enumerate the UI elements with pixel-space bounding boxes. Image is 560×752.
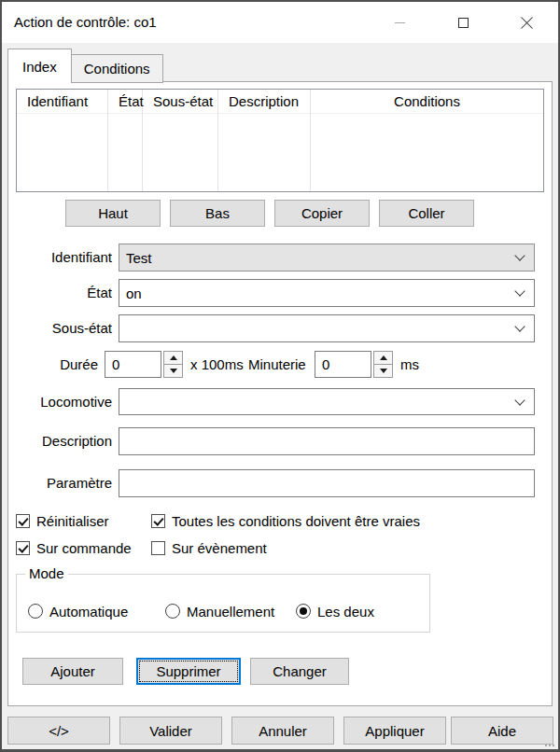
valider-button[interactable]: Valider: [119, 717, 222, 745]
radio-automatique[interactable]: Automatique: [28, 603, 128, 620]
control-action-dialog: Action de contrôle: co1 Index Conditions…: [0, 0, 560, 752]
minuterie-unit-label: ms: [400, 351, 419, 378]
checkbox-toutes-conditions[interactable]: Toutes les conditions doivent être vraie…: [151, 512, 420, 529]
identifiant-label: Identifiant: [8, 244, 112, 272]
window-title: Action de contrôle: co1: [14, 2, 157, 43]
aide-button[interactable]: Aide: [451, 717, 553, 745]
resize-grip[interactable]: [553, 745, 554, 746]
column-header-conditions[interactable]: Conditions: [311, 90, 543, 191]
haut-button[interactable]: Haut: [65, 200, 161, 227]
duree-label: Durée: [8, 351, 98, 378]
minimize-button[interactable]: [368, 2, 431, 43]
spin-up-icon: [380, 355, 387, 360]
checkbox-sur-commande[interactable]: Sur commande: [16, 539, 132, 556]
duree-spin-down-button[interactable]: [163, 364, 183, 378]
radio-dot: [296, 604, 311, 619]
supprimer-button[interactable]: Supprimer: [136, 658, 241, 685]
radio-manuellement[interactable]: Manuellement: [165, 603, 274, 620]
locomotive-select[interactable]: [119, 388, 535, 415]
etat-value: on: [126, 285, 142, 301]
chevron-down-icon: [514, 321, 525, 331]
duree-spinner: 0: [105, 351, 183, 378]
sous-etat-select[interactable]: [119, 314, 535, 342]
minuterie-label: Minuterie: [248, 351, 306, 378]
tab-index-label: Index: [22, 59, 57, 75]
checkbox-box: [16, 541, 30, 555]
spin-up-icon: [170, 355, 177, 360]
bas-button[interactable]: Bas: [170, 200, 265, 227]
minimize-icon: [395, 22, 405, 23]
close-icon: [520, 16, 534, 30]
conditions-list[interactable]: Identifiant État Sous-état Description C…: [16, 89, 544, 192]
column-header-description[interactable]: Description: [218, 90, 311, 191]
copier-button[interactable]: Copier: [274, 200, 370, 227]
spin-down-icon: [380, 369, 387, 373]
radio-les-deux[interactable]: Les deux: [296, 603, 374, 620]
identifiant-value: Test: [126, 250, 152, 266]
ajouter-button[interactable]: Ajouter: [22, 658, 123, 685]
locomotive-label: Locomotive: [8, 388, 112, 415]
chevron-down-icon: [514, 285, 525, 296]
etat-label: État: [8, 279, 112, 307]
chevron-down-icon: [514, 395, 525, 405]
description-input[interactable]: [119, 427, 535, 455]
tab-index[interactable]: Index: [7, 49, 72, 83]
radio-dot: [28, 604, 43, 619]
coller-button[interactable]: Coller: [379, 200, 474, 227]
etat-select[interactable]: on: [119, 279, 535, 307]
checkbox-box: [16, 514, 30, 528]
titlebar[interactable]: Action de contrôle: co1: [2, 2, 558, 43]
mode-groupbox: Mode Automatique Manuellement Les deux: [16, 574, 430, 633]
parametre-input[interactable]: [119, 469, 535, 497]
annuler-button[interactable]: Annuler: [231, 717, 334, 745]
checkbox-box: [151, 514, 165, 528]
appliquer-button[interactable]: Appliquer: [343, 717, 446, 745]
duree-input[interactable]: 0: [105, 351, 161, 378]
tab-page-index: Identifiant État Sous-état Description C…: [7, 81, 553, 706]
mode-legend: Mode: [25, 565, 68, 581]
tab-conditions[interactable]: Conditions: [71, 54, 163, 83]
spin-down-icon: [170, 369, 177, 373]
radio-dot: [165, 604, 180, 619]
maximize-button[interactable]: [431, 2, 495, 43]
checkbox-box: [151, 541, 165, 555]
column-header-etat[interactable]: État: [108, 90, 143, 191]
sous-etat-label: Sous-état: [8, 314, 112, 342]
changer-button[interactable]: Changer: [250, 658, 349, 685]
identifiant-select[interactable]: Test: [119, 244, 535, 272]
checkbox-reinitialiser[interactable]: Réinitialiser: [16, 512, 109, 529]
minuterie-spin-up-button[interactable]: [373, 351, 393, 365]
duree-spin-up-button[interactable]: [163, 351, 183, 365]
caption-buttons: [368, 2, 558, 43]
code-button[interactable]: </>: [7, 717, 110, 745]
minuterie-spinner: 0: [315, 351, 393, 378]
parametre-label: Paramètre: [8, 469, 112, 497]
maximize-icon: [458, 18, 469, 28]
column-header-identifiant[interactable]: Identifiant: [17, 90, 108, 191]
minuterie-spin-down-button[interactable]: [373, 364, 393, 378]
description-label: Description: [8, 427, 112, 455]
duree-unit-label: x 100ms: [190, 351, 244, 378]
checkbox-sur-evenement[interactable]: Sur évènement: [151, 539, 267, 556]
close-button[interactable]: [495, 2, 558, 43]
tabstrip: Index Conditions: [7, 49, 162, 83]
tab-conditions-label: Conditions: [84, 61, 150, 77]
minuterie-input[interactable]: 0: [315, 351, 371, 378]
column-header-sous-etat[interactable]: Sous-état: [143, 90, 218, 191]
chevron-down-icon: [514, 250, 525, 260]
